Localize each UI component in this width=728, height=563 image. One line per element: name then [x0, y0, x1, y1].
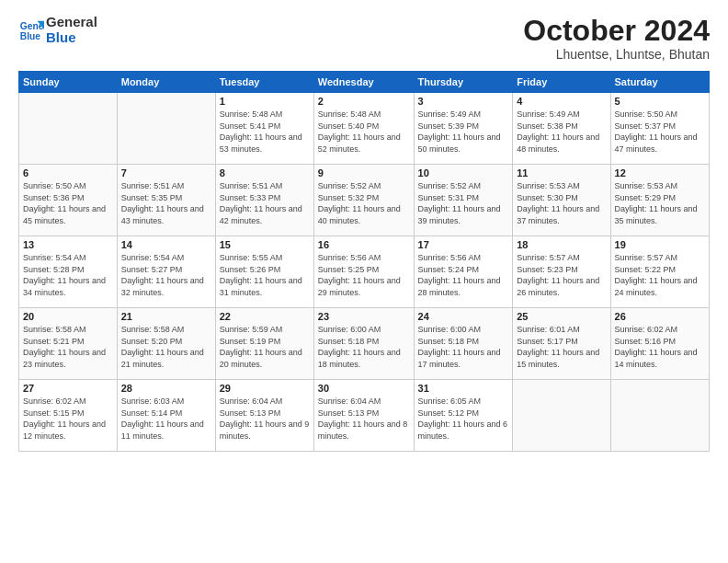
calendar-cell: 14Sunrise: 5:54 AM Sunset: 5:27 PM Dayli…	[117, 236, 215, 308]
day-info: Sunrise: 5:56 AM Sunset: 5:25 PM Dayligh…	[318, 252, 410, 298]
calendar-table: SundayMondayTuesdayWednesdayThursdayFrid…	[18, 71, 710, 452]
calendar-cell: 22Sunrise: 5:59 AM Sunset: 5:19 PM Dayli…	[215, 308, 313, 380]
calendar-cell: 5Sunrise: 5:50 AM Sunset: 5:37 PM Daylig…	[610, 93, 709, 165]
day-number: 3	[418, 96, 509, 107]
day-info: Sunrise: 6:00 AM Sunset: 5:18 PM Dayligh…	[318, 324, 410, 370]
calendar-cell: 2Sunrise: 5:48 AM Sunset: 5:40 PM Daylig…	[313, 93, 414, 165]
day-number: 9	[318, 167, 410, 178]
day-number: 27	[23, 383, 113, 394]
calendar-cell	[513, 380, 610, 452]
day-number: 22	[220, 311, 310, 322]
day-number: 17	[418, 239, 509, 250]
day-number: 25	[517, 311, 606, 322]
day-number: 14	[121, 239, 211, 250]
calendar-cell: 21Sunrise: 5:58 AM Sunset: 5:20 PM Dayli…	[117, 308, 215, 380]
day-number: 5	[615, 96, 705, 107]
col-header-monday: Monday	[117, 72, 215, 93]
day-info: Sunrise: 5:54 AM Sunset: 5:27 PM Dayligh…	[121, 252, 211, 298]
day-info: Sunrise: 6:04 AM Sunset: 5:13 PM Dayligh…	[318, 396, 410, 442]
day-info: Sunrise: 5:49 AM Sunset: 5:38 PM Dayligh…	[517, 109, 606, 155]
calendar-cell	[117, 93, 215, 165]
calendar-cell: 16Sunrise: 5:56 AM Sunset: 5:25 PM Dayli…	[313, 236, 414, 308]
location-subtitle: Lhuentse, Lhuntse, Bhutan	[523, 47, 710, 62]
calendar-cell: 28Sunrise: 6:03 AM Sunset: 5:14 PM Dayli…	[117, 380, 215, 452]
calendar-cell: 25Sunrise: 6:01 AM Sunset: 5:17 PM Dayli…	[513, 308, 610, 380]
calendar-cell: 12Sunrise: 5:53 AM Sunset: 5:29 PM Dayli…	[610, 165, 709, 236]
calendar-cell: 7Sunrise: 5:51 AM Sunset: 5:35 PM Daylig…	[117, 165, 215, 236]
day-number: 26	[615, 311, 705, 322]
col-header-tuesday: Tuesday	[215, 72, 313, 93]
calendar-cell: 4Sunrise: 5:49 AM Sunset: 5:38 PM Daylig…	[513, 93, 610, 165]
calendar-cell: 27Sunrise: 6:02 AM Sunset: 5:15 PM Dayli…	[19, 380, 118, 452]
day-info: Sunrise: 5:52 AM Sunset: 5:32 PM Dayligh…	[318, 180, 410, 226]
day-info: Sunrise: 5:53 AM Sunset: 5:30 PM Dayligh…	[517, 180, 606, 226]
calendar-cell: 19Sunrise: 5:57 AM Sunset: 5:22 PM Dayli…	[610, 236, 709, 308]
month-title: October 2024	[523, 15, 710, 47]
calendar-cell: 11Sunrise: 5:53 AM Sunset: 5:30 PM Dayli…	[513, 165, 610, 236]
day-number: 8	[220, 167, 310, 178]
calendar-cell: 18Sunrise: 5:57 AM Sunset: 5:23 PM Dayli…	[513, 236, 610, 308]
calendar-cell	[19, 93, 118, 165]
day-number: 10	[418, 167, 509, 178]
day-info: Sunrise: 6:02 AM Sunset: 5:16 PM Dayligh…	[615, 324, 705, 370]
calendar-cell: 20Sunrise: 5:58 AM Sunset: 5:21 PM Dayli…	[19, 308, 118, 380]
day-number: 21	[121, 311, 211, 322]
title-area: October 2024 Lhuentse, Lhuntse, Bhutan	[523, 15, 710, 62]
day-info: Sunrise: 5:49 AM Sunset: 5:39 PM Dayligh…	[418, 109, 509, 155]
day-info: Sunrise: 6:02 AM Sunset: 5:15 PM Dayligh…	[23, 396, 113, 442]
calendar-cell: 1Sunrise: 5:48 AM Sunset: 5:41 PM Daylig…	[215, 93, 313, 165]
day-info: Sunrise: 5:59 AM Sunset: 5:19 PM Dayligh…	[220, 324, 310, 370]
day-number: 18	[517, 239, 606, 250]
day-number: 23	[318, 311, 410, 322]
day-info: Sunrise: 5:58 AM Sunset: 5:21 PM Dayligh…	[23, 324, 113, 370]
day-number: 28	[121, 383, 211, 394]
col-header-saturday: Saturday	[610, 72, 709, 93]
day-info: Sunrise: 6:01 AM Sunset: 5:17 PM Dayligh…	[517, 324, 606, 370]
calendar-cell: 15Sunrise: 5:55 AM Sunset: 5:26 PM Dayli…	[215, 236, 313, 308]
calendar-cell: 9Sunrise: 5:52 AM Sunset: 5:32 PM Daylig…	[313, 165, 414, 236]
day-number: 20	[23, 311, 113, 322]
day-info: Sunrise: 6:04 AM Sunset: 5:13 PM Dayligh…	[220, 396, 310, 442]
col-header-friday: Friday	[513, 72, 610, 93]
day-number: 1	[220, 96, 310, 107]
day-info: Sunrise: 5:51 AM Sunset: 5:35 PM Dayligh…	[121, 180, 211, 226]
day-info: Sunrise: 5:57 AM Sunset: 5:22 PM Dayligh…	[615, 252, 705, 298]
calendar-cell: 26Sunrise: 6:02 AM Sunset: 5:16 PM Dayli…	[610, 308, 709, 380]
calendar-cell: 13Sunrise: 5:54 AM Sunset: 5:28 PM Dayli…	[19, 236, 118, 308]
calendar-cell: 6Sunrise: 5:50 AM Sunset: 5:36 PM Daylig…	[19, 165, 118, 236]
logo-icon: General Blue	[18, 17, 44, 43]
day-number: 7	[121, 167, 211, 178]
calendar-cell	[610, 380, 709, 452]
logo: General Blue General Blue	[18, 15, 97, 45]
day-number: 2	[318, 96, 410, 107]
day-number: 31	[418, 383, 509, 394]
calendar-cell: 29Sunrise: 6:04 AM Sunset: 5:13 PM Dayli…	[215, 380, 313, 452]
day-number: 6	[23, 167, 113, 178]
logo-general: General	[46, 15, 97, 30]
day-number: 30	[318, 383, 410, 394]
col-header-thursday: Thursday	[414, 72, 513, 93]
day-info: Sunrise: 5:51 AM Sunset: 5:33 PM Dayligh…	[220, 180, 310, 226]
calendar-cell: 3Sunrise: 5:49 AM Sunset: 5:39 PM Daylig…	[414, 93, 513, 165]
day-number: 24	[418, 311, 509, 322]
day-info: Sunrise: 5:53 AM Sunset: 5:29 PM Dayligh…	[615, 180, 705, 226]
day-info: Sunrise: 5:48 AM Sunset: 5:41 PM Dayligh…	[220, 109, 310, 155]
col-header-wednesday: Wednesday	[313, 72, 414, 93]
day-number: 19	[615, 239, 705, 250]
calendar-cell: 23Sunrise: 6:00 AM Sunset: 5:18 PM Dayli…	[313, 308, 414, 380]
day-number: 29	[220, 383, 310, 394]
calendar-cell: 24Sunrise: 6:00 AM Sunset: 5:18 PM Dayli…	[414, 308, 513, 380]
day-info: Sunrise: 5:55 AM Sunset: 5:26 PM Dayligh…	[220, 252, 310, 298]
calendar-cell: 30Sunrise: 6:04 AM Sunset: 5:13 PM Dayli…	[313, 380, 414, 452]
day-number: 4	[517, 96, 606, 107]
day-number: 11	[517, 167, 606, 178]
day-info: Sunrise: 5:52 AM Sunset: 5:31 PM Dayligh…	[418, 180, 509, 226]
calendar-cell: 10Sunrise: 5:52 AM Sunset: 5:31 PM Dayli…	[414, 165, 513, 236]
day-number: 16	[318, 239, 410, 250]
day-number: 13	[23, 239, 113, 250]
day-info: Sunrise: 5:54 AM Sunset: 5:28 PM Dayligh…	[23, 252, 113, 298]
col-header-sunday: Sunday	[19, 72, 118, 93]
day-info: Sunrise: 5:57 AM Sunset: 5:23 PM Dayligh…	[517, 252, 606, 298]
day-info: Sunrise: 5:58 AM Sunset: 5:20 PM Dayligh…	[121, 324, 211, 370]
day-info: Sunrise: 6:05 AM Sunset: 5:12 PM Dayligh…	[418, 396, 509, 442]
